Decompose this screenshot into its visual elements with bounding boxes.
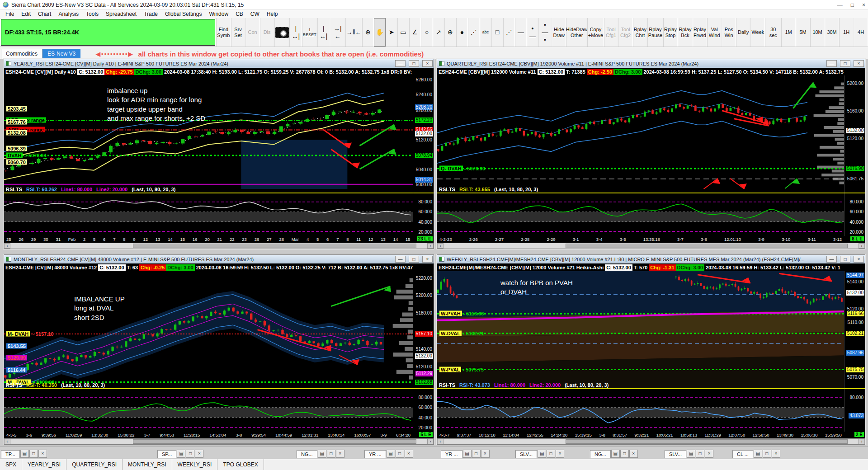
status-tab-weekly-rsi[interactable]: WEEKLY_RSI xyxy=(172,459,218,470)
timeframe-4h-button[interactable]: 4H xyxy=(854,18,868,47)
minimized-sheet-icon[interactable]: ▤ xyxy=(20,450,29,458)
hand-drag-tool-icon[interactable]: ✋ xyxy=(374,18,386,47)
reset-bar-spacing-icon[interactable]: 1 RESET xyxy=(302,18,317,47)
scroll-thumb[interactable] xyxy=(566,439,848,444)
status-tab-monthly-rsi[interactable]: MONTHLY_RSI xyxy=(123,459,172,470)
menu-window[interactable]: Window xyxy=(205,10,232,18)
chart-close-button[interactable]: × xyxy=(854,60,864,67)
minimized-restore-button[interactable]: □ xyxy=(472,450,481,458)
chart-close-button[interactable]: × xyxy=(422,256,433,263)
chart-maximize-button[interactable]: □ xyxy=(840,256,850,263)
minimize-button[interactable]: — xyxy=(837,2,843,8)
status-tab-tpo-globex[interactable]: TPO GLOBEX xyxy=(217,459,264,470)
ellipse-tool-icon[interactable]: ○ xyxy=(421,18,433,47)
minimized-window-tab[interactable]: YR ... xyxy=(441,450,462,458)
minimized-restore-button[interactable]: □ xyxy=(186,450,194,458)
minimized-close-button[interactable]: × xyxy=(336,450,344,458)
menu-help[interactable]: Help xyxy=(263,10,282,18)
timeframe-daily-button[interactable]: Daily xyxy=(736,18,750,47)
box-tool-icon[interactable]: □ xyxy=(491,18,503,47)
compress-bars-icon[interactable]: →|← xyxy=(330,18,345,47)
decrease-bar-spacing-icon[interactable]: |↔| xyxy=(317,18,330,47)
minimized-window-tab[interactable]: SLV... xyxy=(665,450,686,458)
menu-edit[interactable]: Edit xyxy=(18,10,34,18)
chart-scrollbar[interactable]: ‹› xyxy=(437,243,865,249)
minimized-close-button[interactable]: × xyxy=(405,450,413,458)
copy-move-button[interactable]: Copy +Move xyxy=(587,18,604,47)
timeframe-30sec-button[interactable]: 30 sec xyxy=(765,18,781,47)
minimized-sheet-icon[interactable]: ▤ xyxy=(318,450,326,458)
minimized-close-button[interactable]: × xyxy=(481,450,490,458)
menu-tools[interactable]: Tools xyxy=(82,10,102,18)
minimized-restore-button[interactable]: □ xyxy=(327,450,335,458)
replay-back-button[interactable]: Rplay Bck xyxy=(678,18,692,47)
arrow-line-tool-icon[interactable]: ↗ xyxy=(433,18,444,47)
calculator-line-tool-icon[interactable]: ∠ xyxy=(409,18,421,47)
minimized-window-tab[interactable]: CL ... xyxy=(732,450,753,458)
chart-close-button[interactable]: × xyxy=(422,60,433,67)
connect-button[interactable]: Con xyxy=(245,18,260,47)
scroll-thumb[interactable] xyxy=(566,244,848,248)
status-tab-quarterly-rsi[interactable]: QUARTERLY_RSI xyxy=(66,459,123,470)
scroll-right-arrow[interactable]: › xyxy=(427,439,434,444)
chart-scrollbar[interactable]: ‹› xyxy=(4,243,434,249)
minimized-close-button[interactable]: × xyxy=(195,450,203,458)
replay-chart-button[interactable]: Rplay Chrt xyxy=(633,18,647,47)
chartbook-tab-es-new-v3[interactable]: ES-New V3 xyxy=(42,49,80,59)
status-tab-yearly-rsi[interactable]: YEARLY_RSI xyxy=(22,459,66,470)
minimized-close-button[interactable]: × xyxy=(705,450,713,458)
minimized-sheet-icon[interactable]: ▤ xyxy=(463,450,472,458)
trendline-tool-icon[interactable]: ⋰ xyxy=(468,18,480,47)
replay-forward-button[interactable]: Rplay Frwrd xyxy=(693,18,707,47)
hide-draw-button[interactable]: Hide Draw xyxy=(552,18,566,47)
position-window-button[interactable]: Pos Win xyxy=(722,18,736,47)
values-window-button[interactable]: Val Wind xyxy=(707,18,722,47)
minimized-restore-button[interactable]: □ xyxy=(396,450,404,458)
minimized-window-tab[interactable]: YR ... xyxy=(364,450,386,458)
chart-maximize-button[interactable]: □ xyxy=(409,256,419,263)
horizontal-line-tool-icon[interactable]: — xyxy=(515,18,527,47)
chart-close-button[interactable]: × xyxy=(854,256,864,263)
chartbook-tab-commodities[interactable]: Commodities xyxy=(1,49,42,59)
screenshot-icon[interactable] xyxy=(274,18,290,47)
maximize-button[interactable]: □ xyxy=(851,2,854,8)
scroll-right-arrow[interactable]: › xyxy=(859,243,865,249)
chart-minimize-button[interactable]: — xyxy=(826,60,837,67)
minimized-close-button[interactable]: × xyxy=(556,450,564,458)
expand-bars-icon[interactable]: →‖← xyxy=(345,18,362,47)
text-tool-icon[interactable]: abc xyxy=(480,18,491,47)
minimized-restore-button[interactable]: □ xyxy=(696,450,704,458)
menu-trade[interactable]: Trade xyxy=(140,10,161,18)
timeframe-1m-button[interactable]: 1M xyxy=(781,18,796,47)
chart-minimize-button[interactable]: — xyxy=(395,256,406,263)
minimized-sheet-icon[interactable]: ▤ xyxy=(754,450,762,458)
tool-config2-button[interactable]: Tool Cfg2 xyxy=(618,18,633,47)
scroll-left-arrow[interactable]: ‹ xyxy=(4,243,10,249)
minimized-sheet-icon[interactable]: ▤ xyxy=(538,450,546,458)
menu-chart[interactable]: Chart xyxy=(34,10,55,18)
minimized-window-tab[interactable]: NG... xyxy=(590,450,611,458)
minimized-close-button[interactable]: × xyxy=(38,450,47,458)
minimized-close-button[interactable]: × xyxy=(772,450,780,458)
scroll-right-arrow[interactable]: › xyxy=(859,439,865,444)
balloon-tool-icon[interactable]: ● xyxy=(456,18,468,47)
timeframe-1h-button[interactable]: 1H xyxy=(839,18,854,47)
timeframe-5m-button[interactable]: 5M xyxy=(796,18,810,47)
minimized-close-button[interactable]: × xyxy=(629,450,638,458)
menu-global-settings[interactable]: Global Settings xyxy=(161,10,205,18)
scroll-left-arrow[interactable]: ‹ xyxy=(437,243,443,249)
hide-draw-other-button[interactable]: HideDraw Other xyxy=(566,18,587,47)
pointer-tool-icon[interactable]: ➤ xyxy=(386,18,397,47)
zigzag-tool-icon[interactable]: ⋰ xyxy=(503,18,515,47)
scroll-thumb[interactable] xyxy=(133,244,416,248)
minimized-sheet-icon[interactable]: ▤ xyxy=(387,450,395,458)
minimized-restore-button[interactable]: □ xyxy=(620,450,629,458)
minimized-sheet-icon[interactable]: ▤ xyxy=(177,450,185,458)
tool-config1-button[interactable]: Tool Cfg1 xyxy=(604,18,618,47)
minimized-window-tab[interactable]: SLV... xyxy=(515,450,537,458)
timeframe-30m-button[interactable]: 30M xyxy=(825,18,839,47)
minimized-sheet-icon[interactable]: ▤ xyxy=(687,450,695,458)
disconnect-button[interactable]: Dis xyxy=(260,18,274,47)
replay-pause-button[interactable]: Rplay Pause xyxy=(647,18,663,47)
minimized-restore-button[interactable]: □ xyxy=(763,450,771,458)
